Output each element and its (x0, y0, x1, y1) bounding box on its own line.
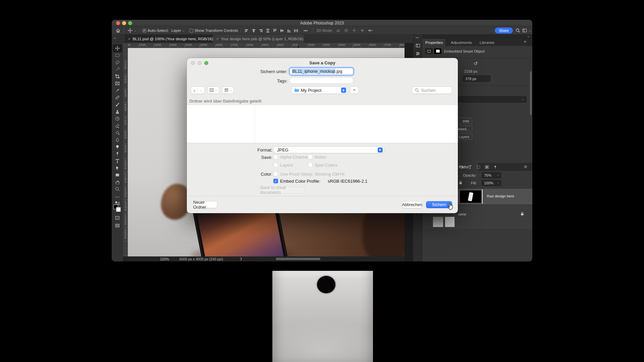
rectangular-marquee-tool[interactable] (112, 52, 123, 59)
tab-properties[interactable]: Properties (423, 39, 445, 46)
pixel-filter-icon[interactable] (460, 165, 464, 169)
collapse-panel-icon[interactable]: » (528, 35, 529, 38)
collapse-panels-icon[interactable]: «« (416, 36, 419, 39)
show-transform-controls-checkbox[interactable]: Show Transform Controls (190, 26, 238, 35)
align-right-icon[interactable] (259, 26, 263, 35)
edit-toolbar-icon[interactable] (112, 194, 123, 200)
back-icon[interactable]: ‹ (191, 87, 198, 93)
new-folder-button[interactable]: Neuer Ordner (193, 201, 217, 208)
ruler-label: 2800 (247, 43, 253, 47)
document-tab-your-design[interactable]: × Your design here.psb @ 50% (Layer 1, R… (213, 35, 304, 43)
file-browser[interactable] (187, 105, 458, 143)
shape-filter-icon[interactable] (476, 165, 481, 169)
attribute-filter-icon[interactable] (493, 165, 497, 169)
document-tab-bl11[interactable]: × BL11.psd @ 100% (Your design here, RGB… (125, 35, 213, 43)
forward-icon[interactable]: › (198, 87, 204, 93)
align-center-horizontal-icon[interactable] (252, 26, 256, 35)
auto-select-checkbox[interactable]: ✓ Auto-Select: (143, 26, 169, 35)
location-dropdown[interactable]: My Project (291, 86, 347, 94)
fill-dropdown[interactable]: 100% ⌄ (482, 180, 501, 186)
horizontal-scrollbar[interactable] (276, 258, 320, 260)
close-tab-icon[interactable]: × (216, 37, 218, 41)
lock-icon[interactable] (458, 180, 463, 185)
frame-tool[interactable] (112, 80, 123, 87)
zoom-level[interactable]: 100% (160, 257, 169, 261)
layer-thumbnail[interactable] (460, 190, 482, 203)
docked-panel-icon[interactable] (416, 43, 420, 48)
more-options-icon[interactable]: ••• (304, 26, 308, 35)
layer-thumbnail[interactable] (433, 217, 443, 227)
status-chevron-icon[interactable]: ❯ (240, 257, 243, 260)
screen-mode-icon[interactable] (112, 222, 123, 229)
brush-tool[interactable] (112, 101, 123, 108)
lock-icon (520, 212, 525, 216)
foreground-background-swatches[interactable] (113, 204, 121, 213)
tags-input[interactable] (289, 77, 354, 84)
history-brush-tool[interactable] (112, 115, 123, 122)
eyedropper-tool[interactable] (112, 87, 123, 94)
quick-mask-icon[interactable] (112, 215, 123, 221)
panel-toggle-icon[interactable] (522, 26, 527, 35)
layer-thumbnail[interactable] (445, 217, 455, 227)
tab-paths[interactable]: Paths (455, 163, 478, 171)
orbit-3d-icon (336, 26, 340, 35)
paint-bucket-tool[interactable] (112, 129, 123, 136)
panel-menu-icon[interactable]: ≡ (524, 40, 526, 44)
document-tab-label: BL11.psd @ 100% (Your design here, RGB/1… (132, 37, 213, 41)
move-tool[interactable] (112, 45, 123, 52)
blur-tool[interactable] (112, 136, 123, 143)
tab-overflow-icon[interactable]: » (114, 36, 116, 40)
tab-libraries[interactable]: Libraries (477, 39, 497, 46)
location-value: My Project (301, 88, 341, 93)
search-icon[interactable] (516, 26, 520, 35)
distribute-vertical-icon[interactable] (266, 26, 270, 35)
cancel-button[interactable]: Abbrechen (402, 201, 422, 208)
auto-select-target-dropdown[interactable]: Layer ⌄ (171, 26, 185, 35)
gallery-view-button[interactable]: ⌄ (222, 86, 234, 94)
format-dropdown[interactable]: JPEG (273, 146, 384, 153)
chevron-down-icon[interactable]: ⌄ (529, 26, 531, 35)
panel-scrollbar[interactable] (530, 71, 532, 115)
home-icon[interactable] (116, 26, 120, 35)
chevron-down-icon: ⌄ (134, 29, 137, 32)
hand-tool[interactable] (112, 179, 123, 185)
reset-icon[interactable]: ↺ (474, 61, 478, 66)
docked-panel-icon[interactable] (416, 51, 420, 56)
type-tool[interactable] (112, 158, 123, 164)
pen-tool[interactable] (112, 150, 123, 157)
tab-adjustments[interactable]: Adjustments (448, 39, 475, 46)
align-left-icon[interactable] (245, 26, 249, 35)
align-bottom-icon[interactable] (287, 26, 291, 35)
smart-filter-icon[interactable] (485, 165, 489, 169)
roll-3d-icon (344, 26, 348, 35)
filename-input[interactable]: BL11_iphone_mockup.jpg (289, 68, 354, 75)
close-tab-icon[interactable]: × (128, 37, 130, 41)
opacity-label: Opacity: (463, 173, 476, 177)
lasso-tool[interactable] (112, 59, 123, 66)
share-button[interactable]: Share (495, 27, 513, 34)
move-tool-preset[interactable]: ⌄ (128, 26, 137, 35)
column-view-button[interactable]: ⌄ (207, 86, 219, 94)
expand-button[interactable]: ^ (350, 86, 359, 94)
align-top-icon[interactable] (273, 26, 277, 35)
eraser-tool[interactable] (112, 122, 123, 129)
background-color[interactable] (116, 207, 121, 212)
distribute-horizontal-icon[interactable] (294, 26, 298, 35)
spot-healing-brush-tool[interactable] (112, 94, 123, 101)
zoom-tool[interactable] (112, 186, 123, 192)
dodge-tool[interactable] (112, 143, 123, 150)
path-selection-tool[interactable] (112, 165, 123, 171)
panel-menu-icon[interactable]: ≡ (524, 164, 527, 170)
align-center-vertical-icon[interactable] (280, 26, 284, 35)
rectangle-tool[interactable] (112, 172, 123, 178)
search-field[interactable]: Suchen (412, 86, 452, 94)
blend-mode-chevron-icon[interactable]: ⌄ (458, 174, 460, 177)
clone-stamp-tool[interactable] (112, 108, 123, 115)
embed-profile-checkbox[interactable]: ✓ (273, 179, 278, 183)
magic-wand-tool[interactable] (112, 66, 123, 73)
opacity-dropdown[interactable]: 75% ⌄ (482, 172, 501, 178)
hand-cursor (447, 202, 455, 210)
height-field[interactable]: 378 px (463, 75, 490, 82)
crop-tool[interactable] (112, 73, 123, 80)
type-filter-icon[interactable] (468, 165, 472, 169)
